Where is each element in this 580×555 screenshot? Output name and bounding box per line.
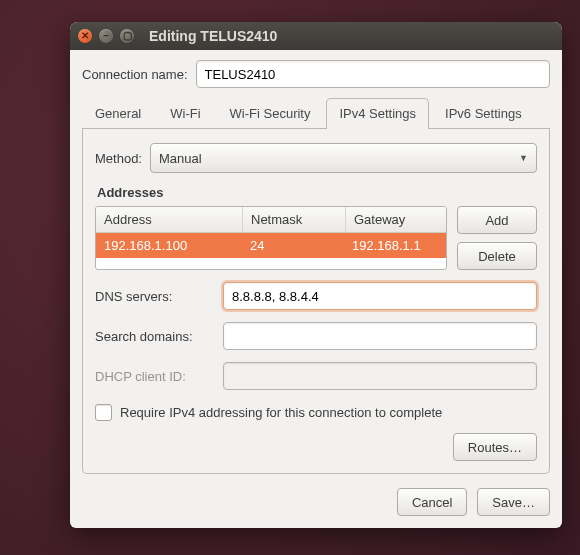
- tab-ipv4-settings[interactable]: IPv4 Settings: [326, 98, 429, 129]
- require-ipv4-checkbox[interactable]: [95, 404, 112, 421]
- ipv4-panel: Method: Manual ▼ Addresses Address Netma…: [82, 129, 550, 474]
- dhcp-client-id-input: [223, 362, 537, 390]
- method-value: Manual: [159, 151, 202, 166]
- require-ipv4-label: Require IPv4 addressing for this connect…: [120, 405, 442, 420]
- dns-servers-input[interactable]: [223, 282, 537, 310]
- method-select[interactable]: Manual ▼: [150, 143, 537, 173]
- method-label: Method:: [95, 151, 142, 166]
- connection-name-input[interactable]: [196, 60, 550, 88]
- col-netmask[interactable]: Netmask: [243, 207, 346, 232]
- chevron-down-icon: ▼: [519, 153, 528, 163]
- addresses-heading: Addresses: [97, 185, 537, 200]
- save-button[interactable]: Save…: [477, 488, 550, 516]
- dialog-body: Connection name: General Wi-Fi Wi-Fi Sec…: [70, 50, 562, 528]
- table-header: Address Netmask Gateway: [96, 207, 446, 233]
- tab-wifi-security[interactable]: Wi-Fi Security: [217, 98, 324, 129]
- maximize-icon[interactable]: ▢: [120, 29, 134, 43]
- col-gateway[interactable]: Gateway: [346, 207, 446, 232]
- tab-general[interactable]: General: [82, 98, 154, 129]
- delete-button[interactable]: Delete: [457, 242, 537, 270]
- cell-address: 192.168.1.100: [96, 233, 242, 258]
- search-domains-input[interactable]: [223, 322, 537, 350]
- tab-ipv6-settings[interactable]: IPv6 Settings: [432, 98, 535, 129]
- addresses-table[interactable]: Address Netmask Gateway 192.168.1.100 24…: [95, 206, 447, 270]
- close-icon[interactable]: ✕: [78, 29, 92, 43]
- routes-button[interactable]: Routes…: [453, 433, 537, 461]
- table-row[interactable]: 192.168.1.100 24 192.168.1.1: [96, 233, 446, 258]
- cell-netmask: 24: [242, 233, 344, 258]
- window-title: Editing TELUS2410: [149, 28, 277, 44]
- dhcp-client-id-label: DHCP client ID:: [95, 369, 223, 384]
- tab-bar: General Wi-Fi Wi-Fi Security IPv4 Settin…: [82, 98, 550, 129]
- dialog-window: ✕ – ▢ Editing TELUS2410 Connection name:…: [70, 22, 562, 528]
- titlebar: ✕ – ▢ Editing TELUS2410: [70, 22, 562, 50]
- connection-name-label: Connection name:: [82, 67, 188, 82]
- col-address[interactable]: Address: [96, 207, 243, 232]
- dns-servers-label: DNS servers:: [95, 289, 223, 304]
- cell-gateway: 192.168.1.1: [344, 233, 446, 258]
- cancel-button[interactable]: Cancel: [397, 488, 467, 516]
- minimize-icon[interactable]: –: [99, 29, 113, 43]
- add-button[interactable]: Add: [457, 206, 537, 234]
- search-domains-label: Search domains:: [95, 329, 223, 344]
- tab-wifi[interactable]: Wi-Fi: [157, 98, 213, 129]
